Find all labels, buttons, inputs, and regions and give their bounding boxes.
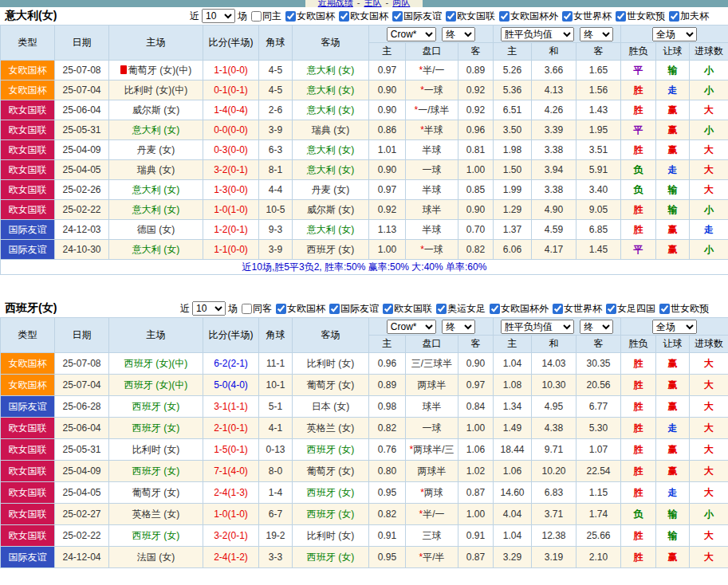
recent-count-select[interactable]: 10 <box>192 301 226 316</box>
avg-provider-select[interactable]: 胜平负均值 <box>501 27 574 41</box>
away-team-name[interactable]: 意大利 (女) <box>307 65 354 76</box>
filter-checkbox[interactable] <box>669 11 679 22</box>
top-nav-link[interactable]: 近期战绩 <box>318 0 353 7</box>
filter-checkbox[interactable] <box>436 304 447 314</box>
away-team-name[interactable]: 西班牙 (女) <box>307 508 354 520</box>
avg-draw-odds: 3.38 <box>532 140 576 160</box>
home-team-name[interactable]: 意大利 (女) <box>132 124 179 135</box>
away-team-name[interactable]: 西班牙 (女) <box>307 244 354 255</box>
competition-filters: 同客女欧国杯国际友谊欧女国联奥运女足女欧国杯外女世界杯女足四国世女欧预 <box>238 302 709 316</box>
competition-type-badge: 欧女国联 <box>1 418 55 439</box>
home-team-name[interactable]: 西班牙 (女) <box>132 465 179 477</box>
home-team-name[interactable]: 西班牙 (女) <box>132 422 179 434</box>
competition-type-badge: 女欧国杯 <box>1 80 55 100</box>
home-team-name[interactable]: 比利时 (女) <box>132 444 179 455</box>
away-team-name[interactable]: 葡萄牙 (女) <box>307 379 354 391</box>
avg-draw-odds: 9.71 <box>532 439 576 461</box>
filter-checkbox[interactable] <box>329 304 340 314</box>
filter-checkbox[interactable] <box>499 11 510 22</box>
filter-checkbox[interactable] <box>659 304 670 314</box>
away-team-name[interactable]: 西班牙 (女) <box>307 444 354 455</box>
away-team-name[interactable]: 日本 (女) <box>312 401 349 412</box>
home-team-name[interactable]: 德国 (女) <box>137 224 175 235</box>
odds-stage-select[interactable]: 终 <box>442 27 475 41</box>
filter-checkbox[interactable] <box>562 11 573 22</box>
home-team-name[interactable]: 丹麦 (女) <box>137 144 175 155</box>
home-team-name[interactable]: 瑞典 (女) <box>137 164 175 175</box>
filter-label: 国际友谊 <box>340 302 379 316</box>
away-team-name[interactable]: 威尔斯 (女) <box>307 204 354 215</box>
away-team-name[interactable]: 意大利 (女) <box>307 224 354 235</box>
filter-label: 女欧国杯外 <box>510 10 558 23</box>
away-team-name[interactable]: 英格兰 (女) <box>307 422 354 434</box>
odds-provider-select[interactable]: Crow* <box>387 27 436 41</box>
home-team-name[interactable]: 法国 (女) <box>137 552 175 563</box>
top-nav-link[interactable]: 两队 <box>392 0 410 7</box>
filter-item: 国际友谊 <box>325 302 379 316</box>
home-team-name[interactable]: 西班牙 (女) <box>132 401 179 412</box>
filter-checkbox[interactable] <box>616 11 626 22</box>
filter-checkbox[interactable] <box>446 11 456 22</box>
result-handicap: 输 <box>656 525 690 547</box>
away-team-name[interactable]: 瑞典 (女) <box>312 124 349 135</box>
home-team-name[interactable]: 比利时 (女)(中) <box>124 84 187 96</box>
home-team-name[interactable]: 威尔斯 (女) <box>132 104 179 116</box>
filter-checkbox[interactable] <box>606 304 616 314</box>
home-team-name[interactable]: 意大利 (女) <box>132 244 179 255</box>
avg-home-odds: 1.34 <box>494 396 532 418</box>
avg-home-odds: 1.98 <box>494 140 532 160</box>
result-wdl: 胜 <box>621 439 656 461</box>
col-header-odds-away: 客 <box>458 43 494 61</box>
avg-home-odds: 1.04 <box>494 353 532 375</box>
away-team-name[interactable]: 意大利 (女) <box>307 84 354 96</box>
home-team-name[interactable]: 葡萄牙 (女)(中) <box>128 65 191 76</box>
filter-item: 国际友谊 <box>388 10 442 23</box>
recent-count-select[interactable]: 10 <box>202 9 235 23</box>
filter-checkbox[interactable] <box>251 11 262 22</box>
home-team-name[interactable]: 西班牙 (女)(中) <box>124 379 187 391</box>
away-team-name[interactable]: 比利时 (女) <box>307 530 354 541</box>
avg-stage-select[interactable]: 终 <box>580 320 613 334</box>
avg-provider-select[interactable]: 胜平负均值 <box>501 320 574 334</box>
home-team-name[interactable]: 英格兰 (女) <box>132 508 179 520</box>
avg-stage-select[interactable]: 终 <box>580 27 613 41</box>
result-handicap: 走 <box>656 80 690 100</box>
handicap: 一球 <box>406 160 458 180</box>
filter-checkbox[interactable] <box>339 11 349 22</box>
home-team-name[interactable]: 西班牙 (女) <box>132 530 179 541</box>
filter-checkbox[interactable] <box>392 11 403 22</box>
odds-stage-select[interactable]: 终 <box>442 320 475 334</box>
odds-provider-select[interactable]: Crow* <box>387 320 436 334</box>
filter-checkbox[interactable] <box>285 11 296 22</box>
away-team-name[interactable]: 西班牙 (女) <box>307 552 354 563</box>
home-team-name[interactable]: 西班牙 (女)(中) <box>124 358 187 369</box>
away-team: 意大利 (女) <box>293 220 369 240</box>
scope-select[interactable]: 全场 <box>652 27 697 41</box>
result-goals: 小 <box>690 504 728 525</box>
home-team-name[interactable]: 意大利 (女) <box>132 184 179 195</box>
away-team-name[interactable]: 意大利 (女) <box>307 104 354 116</box>
home-team: 瑞典 (女) <box>109 160 203 180</box>
home-team-name[interactable]: 葡萄牙 (女) <box>132 487 179 498</box>
away-team-name[interactable]: 意大利 (女) <box>307 144 354 155</box>
filter-checkbox[interactable] <box>553 304 563 314</box>
odds-group-header: Crow* 终 <box>369 318 494 336</box>
filter-checkbox[interactable] <box>276 304 286 314</box>
home-team-name[interactable]: 意大利 (女) <box>132 204 179 215</box>
filter-checkbox[interactable] <box>242 304 252 314</box>
top-nav-link[interactable]: 主队 <box>364 0 382 7</box>
filter-checkbox[interactable] <box>383 304 393 314</box>
away-team-name[interactable]: 丹麦 (女) <box>312 184 349 195</box>
away-team-name[interactable]: 比利时 (女) <box>307 358 354 369</box>
matches-tbody: 女欧国杯25-07-08西班牙 (女)(中)6-2(2-1)11-1比利时 (女… <box>1 353 728 568</box>
away-team-name[interactable]: 意大利 (女) <box>307 164 354 175</box>
away-team-name[interactable]: 西班牙 (女) <box>307 487 354 498</box>
team-section-header: 西班牙(女) 近 10 场 同客女欧国杯国际友谊欧女国联奥运女足女欧国杯外女世界… <box>0 300 728 317</box>
corners-score: 4-5 <box>259 61 293 80</box>
filter-checkbox[interactable] <box>490 304 500 314</box>
scope-select[interactable]: 全场 <box>652 320 697 334</box>
match-row: 欧女国联25-05-31比利时 (女)1-5(0-1)0-13西班牙 (女)0.… <box>1 439 728 461</box>
corners-score: 10-1 <box>259 375 293 396</box>
away-team-name[interactable]: 葡萄牙 (女) <box>307 465 354 477</box>
filter-item: 同客 <box>238 302 272 316</box>
